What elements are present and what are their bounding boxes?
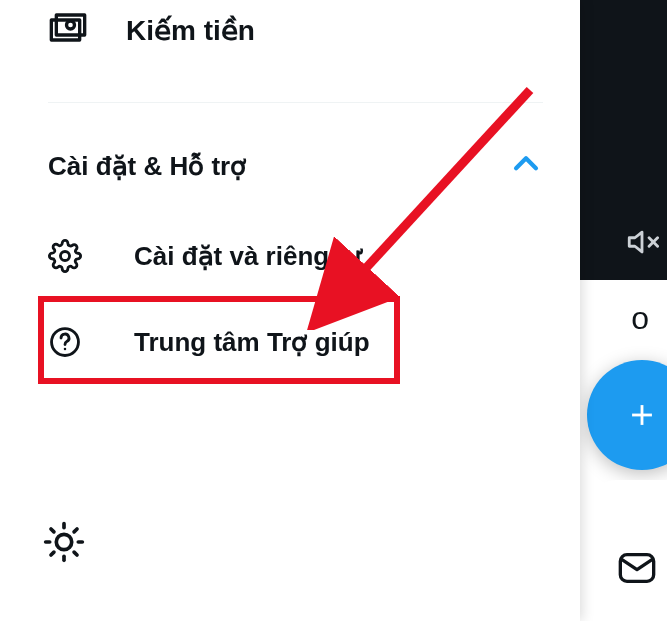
section-settings-support[interactable]: Cài đặt & Hỗ trợ [48, 147, 543, 185]
section-items: Cài đặt và riêng tư Trung tâm Trợ giúp [48, 213, 560, 385]
svg-point-8 [60, 251, 69, 260]
gear-icon [48, 239, 88, 273]
underlying-screen: o [580, 0, 667, 621]
help-icon [48, 325, 88, 359]
money-icon [48, 10, 88, 50]
svg-point-11 [56, 534, 71, 549]
volume-muted-icon[interactable] [625, 225, 659, 263]
underlying-card-edge [587, 480, 667, 540]
nav-item-label: Kiếm tiền [126, 14, 255, 47]
svg-point-10 [64, 348, 67, 351]
theme-toggle-icon[interactable] [42, 520, 86, 568]
menu-item-settings-privacy[interactable]: Cài đặt và riêng tư [48, 213, 560, 299]
section-title: Cài đặt & Hỗ trợ [48, 151, 246, 182]
svg-point-7 [67, 21, 75, 29]
nav-item-monetization[interactable]: Kiếm tiền [48, 0, 560, 66]
menu-item-help-center[interactable]: Trung tâm Trợ giúp [48, 299, 560, 385]
partial-text: o [631, 300, 649, 337]
svg-line-17 [74, 552, 77, 555]
messages-icon[interactable] [617, 548, 657, 592]
navigation-drawer: Kiếm tiền Cài đặt & Hỗ trợ Cài đặt và ri… [0, 0, 580, 621]
divider [48, 102, 543, 103]
chevron-up-icon [509, 147, 543, 185]
svg-line-18 [51, 552, 54, 555]
menu-item-label: Trung tâm Trợ giúp [134, 327, 370, 358]
svg-line-19 [74, 529, 77, 532]
svg-line-16 [51, 529, 54, 532]
menu-item-label: Cài đặt và riêng tư [134, 241, 361, 272]
